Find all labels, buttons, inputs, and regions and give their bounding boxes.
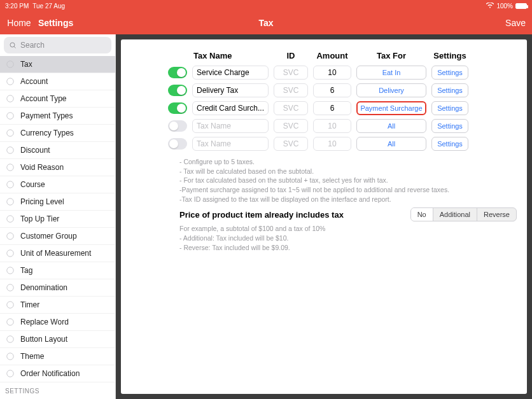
sidebar-item-account[interactable]: Account <box>0 73 115 90</box>
sidebar-icon <box>5 179 15 190</box>
sidebar-item-top-up-tier[interactable]: Top Up Tier <box>0 211 115 228</box>
sidebar-icon <box>5 334 15 344</box>
tax-name-input[interactable]: Credit Card Surch... <box>192 101 269 115</box>
sidebar-icon <box>5 300 15 310</box>
svg-point-0 <box>10 43 15 47</box>
tax-id-input[interactable]: SVC <box>274 137 308 151</box>
sidebar-item-payment-types[interactable]: Payment Types <box>0 108 115 125</box>
tax-settings-button[interactable]: Settings <box>431 137 468 151</box>
tax-id-input[interactable]: SVC <box>274 66 308 80</box>
sidebar-icon <box>5 197 15 207</box>
sidebar-item-account-type[interactable]: Account Type <box>0 90 115 108</box>
tax-amount-input[interactable]: 10 <box>313 119 351 133</box>
table-header: Tax Name ID Amount Tax For Settings <box>168 48 517 66</box>
sidebar-item-label: Account Type <box>20 94 67 103</box>
tax-name-input[interactable]: Tax Name <box>192 119 269 133</box>
sidebar-icon <box>5 59 15 69</box>
svg-point-9 <box>7 181 14 188</box>
sidebar-item-tag[interactable]: Tag <box>0 262 115 279</box>
tax-amount-input[interactable]: 6 <box>313 83 351 97</box>
tax-settings-button[interactable]: Settings <box>431 66 468 80</box>
sidebar-item-label: Discount <box>20 146 50 155</box>
sidebar-icon <box>5 248 15 258</box>
header-bar: Home Settings Tax Save <box>0 11 532 34</box>
col-settings: Settings <box>431 51 468 60</box>
sidebar-icon <box>5 111 15 121</box>
svg-point-10 <box>7 199 14 206</box>
includes-tax-label: Price of product item already includes t… <box>168 210 344 220</box>
sidebar-icon <box>5 162 15 172</box>
tax-for-button[interactable]: All <box>356 137 426 151</box>
tax-toggle[interactable] <box>168 138 187 150</box>
svg-point-5 <box>7 113 14 120</box>
seg-option-additional[interactable]: Additional <box>433 208 477 221</box>
sidebar-item-label: Timer <box>20 300 39 309</box>
settings-header: Settings <box>38 18 73 28</box>
sidebar-item-order-notification[interactable]: Order Notification <box>0 365 115 382</box>
tax-amount-input[interactable]: 6 <box>313 101 351 115</box>
sidebar-item-course[interactable]: Course <box>0 176 115 193</box>
page-title: Tax <box>258 18 273 28</box>
sidebar-item-tax[interactable]: Tax <box>0 56 115 73</box>
example-text: For example, a subtotal of $100 and a ta… <box>179 224 517 252</box>
tax-id-input[interactable]: SVC <box>274 83 308 97</box>
tax-id-input[interactable]: SVC <box>274 101 308 115</box>
svg-line-1 <box>14 46 15 48</box>
sidebar-icon <box>5 231 15 241</box>
tax-settings-button[interactable]: Settings <box>431 83 468 97</box>
tax-for-button[interactable]: All <box>356 119 426 133</box>
tax-name-input[interactable]: Tax Name <box>192 137 269 151</box>
includes-tax-segmented[interactable]: NoAdditionalReverse <box>410 207 517 221</box>
sidebar-item-timer[interactable]: Timer <box>0 297 115 314</box>
sidebar-item-denomination[interactable]: Denomination <box>0 279 115 297</box>
svg-point-11 <box>7 216 14 223</box>
sidebar-icon <box>5 368 15 379</box>
tax-name-input[interactable]: Delivery Tax <box>192 83 269 97</box>
tax-id-input[interactable]: SVC <box>274 119 308 133</box>
sidebar-item-discount[interactable]: Discount <box>0 142 115 159</box>
svg-point-18 <box>7 336 14 343</box>
sidebar-icon <box>5 317 15 327</box>
sidebar-item-currency-types[interactable]: Currency Types <box>0 125 115 142</box>
svg-point-3 <box>7 78 14 85</box>
tax-row: Tax NameSVC10AllSettings <box>168 119 517 133</box>
sidebar-icon <box>5 94 15 104</box>
tax-settings-button[interactable]: Settings <box>431 119 468 133</box>
tax-name-input[interactable]: Service Charge <box>192 66 269 80</box>
sidebar-icon <box>5 351 15 361</box>
sidebar-item-label: Account <box>20 77 48 86</box>
tax-for-button[interactable]: Payment Surcharge <box>356 101 426 115</box>
sidebar-item-label: Theme <box>20 352 44 361</box>
sidebar-item-unit-of-measurement[interactable]: Unit of Measurement <box>0 245 115 262</box>
sidebar-item-label: Customer Group <box>20 232 77 241</box>
sidebar-item-void-reason[interactable]: Void Reason <box>0 159 115 176</box>
tax-amount-input[interactable]: 10 <box>313 66 351 80</box>
save-button[interactable]: Save <box>505 18 526 28</box>
status-date: Tue 27 Aug <box>32 3 65 10</box>
battery-text: 100% <box>496 3 513 10</box>
sidebar-item-pricing-level[interactable]: Pricing Level <box>0 193 115 211</box>
home-button[interactable]: Home <box>0 18 38 28</box>
tax-for-button[interactable]: Eat In <box>356 66 426 80</box>
tax-row: Delivery TaxSVC6DeliverySettings <box>168 83 517 97</box>
svg-point-15 <box>7 284 14 291</box>
sidebar-list[interactable]: TaxAccountAccount TypePayment TypesCurre… <box>0 56 115 399</box>
sidebar-item-customer-group[interactable]: Customer Group <box>0 228 115 245</box>
seg-option-reverse[interactable]: Reverse <box>477 208 516 221</box>
tax-amount-input[interactable]: 10 <box>313 137 351 151</box>
tax-settings-button[interactable]: Settings <box>431 101 468 115</box>
tax-toggle[interactable] <box>168 120 187 132</box>
sidebar-item-theme[interactable]: Theme <box>0 348 115 365</box>
tax-for-button[interactable]: Delivery <box>356 83 426 97</box>
main-panel: Tax Name ID Amount Tax For Settings Serv… <box>121 39 527 394</box>
sidebar-item-button-layout[interactable]: Button Layout <box>0 331 115 348</box>
tax-toggle[interactable] <box>168 102 187 114</box>
tax-toggle[interactable] <box>168 67 187 78</box>
battery-icon <box>515 3 527 9</box>
sidebar-item-replace-word[interactable]: Replace Word <box>0 314 115 331</box>
tax-toggle[interactable] <box>168 85 187 96</box>
sidebar-item-label: Replace Word <box>20 318 69 326</box>
sidebar-item-label: Tag <box>20 266 32 275</box>
search-input[interactable]: Search <box>4 37 111 53</box>
seg-option-no[interactable]: No <box>411 208 433 221</box>
